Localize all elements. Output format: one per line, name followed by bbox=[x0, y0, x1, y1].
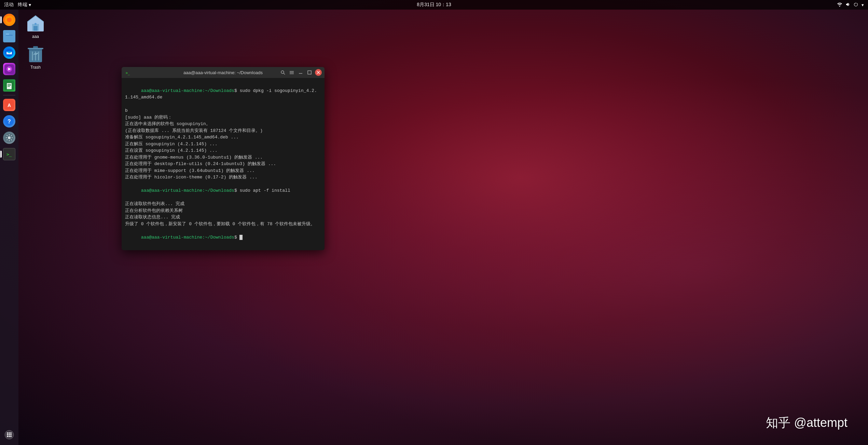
desktop-icon-home[interactable]: aaa bbox=[22, 14, 49, 39]
terminal-window: >_ aaa@aaa-virtual-machine: ~/Downloads bbox=[122, 67, 325, 250]
watermark: 知乎 @attempt bbox=[766, 415, 848, 431]
svg-rect-4 bbox=[6, 33, 9, 35]
terminal-maximize-button[interactable] bbox=[306, 69, 313, 76]
terminal-line-17: 升级了 0 个软件包，新安装了 0 个软件包，要卸载 0 个软件包，有 78 个… bbox=[125, 221, 321, 228]
terminal-menu-label: 终端 bbox=[18, 2, 27, 8]
terminal-minimize-button[interactable] bbox=[297, 69, 304, 76]
terminal-line-9: 正在处理用于 gnome-menus (3.36.0-1ubuntu1) 的触发… bbox=[125, 154, 321, 161]
terminal-line-13: aaa@aaa-virtual-machine:~/Downloads$ sud… bbox=[125, 181, 321, 201]
svg-point-2 bbox=[7, 17, 12, 22]
terminal-line-12: 正在处理用于 hicolor-icon-theme (0.17-2) 的触发器 … bbox=[125, 174, 321, 181]
activities-button[interactable]: 活动 bbox=[4, 2, 14, 8]
svg-point-23 bbox=[7, 432, 8, 434]
sidebar-item-settings[interactable] bbox=[2, 130, 17, 145]
sidebar-item-terminal[interactable]: >_ bbox=[2, 147, 17, 162]
terminal-menu-button[interactable] bbox=[288, 69, 295, 76]
svg-text:?: ? bbox=[8, 119, 11, 124]
dock-separator bbox=[3, 95, 15, 95]
terminal-line-2: b bbox=[125, 107, 321, 114]
terminal-close-button[interactable] bbox=[315, 69, 322, 76]
terminal-line-3: [sudo] aaa 的密码： bbox=[125, 114, 321, 121]
sidebar-item-firefox[interactable] bbox=[2, 12, 17, 27]
settings-arrow-icon[interactable]: ▾ bbox=[862, 2, 864, 8]
svg-rect-50 bbox=[299, 73, 302, 74]
sidebar-item-rhythmbox[interactable] bbox=[2, 62, 17, 77]
terminal-icon: >_ bbox=[3, 148, 15, 160]
desktop-icons-area: aaa Trash bbox=[22, 14, 49, 70]
terminal-titlebar: >_ aaa@aaa-virtual-machine: ~/Downloads bbox=[122, 67, 325, 78]
home-folder-icon bbox=[26, 14, 45, 33]
svg-rect-11 bbox=[8, 84, 11, 85]
terminal-cursor bbox=[239, 235, 243, 240]
terminal-line-5: (正在读取数据库 ... 系统当前共安装有 187124 个文件和目录。) bbox=[125, 127, 321, 134]
topbar-system-area: ▾ bbox=[837, 2, 864, 8]
svg-point-0 bbox=[839, 5, 840, 6]
rhythmbox-icon bbox=[3, 63, 15, 75]
svg-point-29 bbox=[7, 436, 8, 437]
terminal-line-4: 正在选中未选择的软件包 sogoupinyin。 bbox=[125, 121, 321, 127]
svg-point-45 bbox=[281, 71, 284, 73]
svg-line-46 bbox=[284, 73, 285, 75]
svg-rect-38 bbox=[28, 48, 43, 49]
svg-point-28 bbox=[10, 434, 12, 435]
svg-point-31 bbox=[10, 436, 12, 437]
svg-point-26 bbox=[7, 434, 8, 435]
terminal-menu-arrow: ▾ bbox=[29, 2, 31, 8]
trash-icon-label: Trash bbox=[30, 65, 41, 70]
sidebar-item-thunderbird[interactable] bbox=[2, 45, 17, 60]
svg-rect-12 bbox=[8, 85, 11, 86]
topbar-datetime: 8月31日 10：13 bbox=[417, 2, 451, 8]
terminal-line-8: 正在设置 sogoupinyin (4.2.1.145) ... bbox=[125, 147, 321, 154]
sidebar-item-app-grid[interactable] bbox=[2, 427, 17, 442]
titlebar-controls bbox=[279, 69, 322, 76]
terminal-menu[interactable]: 终端 ▾ bbox=[18, 2, 31, 8]
volume-icon[interactable] bbox=[845, 2, 851, 8]
home-icon-label: aaa bbox=[32, 34, 39, 39]
settings-icon bbox=[3, 132, 15, 144]
files-icon bbox=[3, 30, 15, 42]
svg-rect-48 bbox=[290, 72, 294, 73]
terminal-line-7: 正在解压 sogoupinyin (4.2.1.145) ... bbox=[125, 141, 321, 148]
terminal-line-18: aaa@aaa-virtual-machine:~/Downloads$ bbox=[125, 227, 321, 247]
svg-rect-33 bbox=[33, 26, 38, 31]
terminal-line-10: 正在处理用于 desktop-file-utils (0.24-1ubuntu3… bbox=[125, 161, 321, 167]
sidebar-item-appstore[interactable]: A bbox=[2, 97, 17, 112]
terminal-line-15: 正在分析软件包的依赖关系树 bbox=[125, 207, 321, 214]
sidebar-item-help[interactable]: ? bbox=[2, 114, 17, 129]
svg-point-30 bbox=[9, 436, 10, 437]
svg-text:>_: >_ bbox=[126, 71, 130, 75]
terminal-line-16: 正在读取状态信息... 完成 bbox=[125, 214, 321, 221]
terminal-line-14: 正在读取软件包列表... 完成 bbox=[125, 201, 321, 207]
terminal-line-6: 准备解压 sogoupinyin_4.2.1.145_amd64.deb ... bbox=[125, 134, 321, 141]
terminal-search-button[interactable] bbox=[279, 69, 286, 76]
svg-point-34 bbox=[35, 23, 37, 25]
terminal-titlebar-icon: >_ bbox=[124, 69, 131, 76]
libreoffice-icon bbox=[3, 79, 15, 92]
sidebar-item-libreoffice[interactable] bbox=[2, 78, 17, 93]
help-icon: ? bbox=[3, 115, 15, 127]
trash-folder-icon bbox=[26, 44, 45, 64]
desktop-icon-trash[interactable]: Trash bbox=[22, 44, 49, 70]
topbar: 活动 终端 ▾ 8月31日 10：13 ▾ bbox=[0, 0, 868, 10]
svg-point-25 bbox=[10, 432, 12, 434]
svg-text:>_: >_ bbox=[6, 152, 12, 157]
firefox-icon bbox=[3, 14, 15, 26]
terminal-line-11: 正在处理用于 mime-support (3.64ubuntu1) 的触发器 .… bbox=[125, 167, 321, 174]
svg-rect-13 bbox=[8, 86, 10, 87]
network-icon[interactable] bbox=[837, 2, 842, 8]
app-grid-icon bbox=[3, 429, 15, 441]
svg-point-27 bbox=[9, 434, 10, 435]
sidebar-dock: A ? >_ bbox=[0, 10, 18, 445]
svg-rect-47 bbox=[290, 71, 294, 72]
terminal-line-1: aaa@aaa-virtual-machine:~/Downloads$ sud… bbox=[125, 81, 321, 107]
svg-rect-49 bbox=[290, 73, 294, 74]
terminal-content[interactable]: aaa@aaa-virtual-machine:~/Downloads$ sud… bbox=[122, 78, 325, 250]
svg-rect-51 bbox=[308, 71, 311, 74]
power-icon[interactable] bbox=[853, 2, 859, 8]
terminal-title: aaa@aaa-virtual-machine: ~/Downloads bbox=[183, 70, 263, 75]
svg-point-19 bbox=[8, 136, 11, 139]
sidebar-item-files[interactable] bbox=[2, 29, 17, 44]
svg-text:A: A bbox=[8, 103, 11, 108]
svg-point-24 bbox=[9, 432, 10, 434]
thunderbird-icon bbox=[3, 46, 15, 59]
